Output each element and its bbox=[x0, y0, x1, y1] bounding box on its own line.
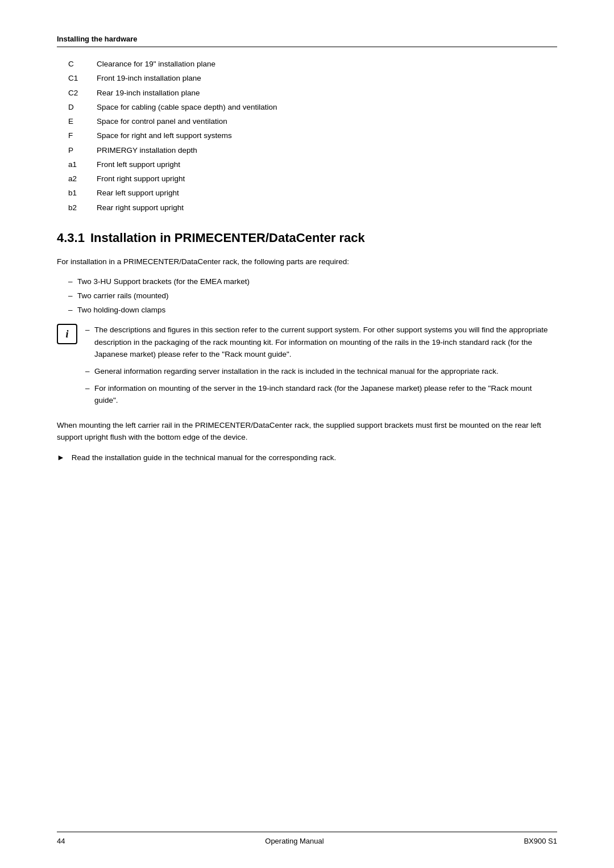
definition-item: PPRIMERGY installation depth bbox=[68, 145, 557, 156]
definition-term: C2 bbox=[68, 87, 97, 99]
definition-term: C1 bbox=[68, 73, 97, 84]
definition-desc: Rear right support upright bbox=[97, 202, 557, 214]
definition-item: b2Rear right support upright bbox=[68, 202, 557, 214]
definition-term: F bbox=[68, 130, 97, 141]
info-icon: i bbox=[57, 324, 77, 344]
definition-term: E bbox=[68, 116, 97, 127]
requirement-item: Two carrier rails (mounted) bbox=[68, 290, 557, 302]
definition-term: b1 bbox=[68, 187, 97, 199]
definition-item: b1Rear left support upright bbox=[68, 187, 557, 199]
definition-item: C1Front 19-inch installation plane bbox=[68, 73, 557, 84]
info-bullet-item: General information regarding server ins… bbox=[85, 365, 557, 378]
definition-desc: Clearance for 19" installation plane bbox=[97, 59, 557, 70]
definition-desc: Space for cabling (cable space depth) an… bbox=[97, 102, 557, 113]
definition-item: DSpace for cabling (cable space depth) a… bbox=[68, 102, 557, 113]
action-item: ► Read the installation guide in the tec… bbox=[57, 452, 557, 464]
definition-desc: PRIMERGY installation depth bbox=[97, 145, 557, 156]
definition-term: C bbox=[68, 59, 97, 70]
definition-desc: Front 19-inch installation plane bbox=[97, 73, 557, 84]
definition-desc: Space for control panel and ventilation bbox=[97, 116, 557, 127]
definition-item: CClearance for 19" installation plane bbox=[68, 59, 557, 70]
section-number: 4.3.1 bbox=[57, 231, 85, 245]
info-bullet-list: The descriptions and figures in this sec… bbox=[85, 324, 557, 407]
mounting-paragraph: When mounting the left carrier rail in t… bbox=[57, 419, 557, 444]
page-footer: 44 Operating Manual BX900 S1 bbox=[57, 832, 557, 845]
definition-item: ESpace for control panel and ventilation bbox=[68, 116, 557, 127]
requirement-item: Two holding-down clamps bbox=[68, 304, 557, 316]
action-text: Read the installation guide in the techn… bbox=[72, 452, 336, 464]
section-title-text: Installation in PRIMECENTER/DataCenter r… bbox=[90, 231, 365, 245]
definition-term: a1 bbox=[68, 159, 97, 170]
page: Installing the hardware CClearance for 1… bbox=[0, 0, 614, 868]
info-box: i The descriptions and figures in this s… bbox=[57, 324, 557, 411]
definition-term: b2 bbox=[68, 202, 97, 214]
definition-term: P bbox=[68, 145, 97, 156]
intro-paragraph: For installation in a PRIMECENTER/DataCe… bbox=[57, 256, 557, 268]
info-bullet-item: For information on mounting of the serve… bbox=[85, 382, 557, 407]
definition-list: CClearance for 19" installation planeC1F… bbox=[68, 59, 557, 214]
footer-page-number: 44 bbox=[57, 837, 65, 845]
info-content: The descriptions and figures in this sec… bbox=[85, 324, 557, 411]
footer-doc-title: Operating Manual bbox=[265, 837, 323, 845]
requirements-list: Two 3-HU Support brackets (for the EMEA … bbox=[68, 276, 557, 316]
definition-term: a2 bbox=[68, 173, 97, 185]
section-header: Installing the hardware bbox=[57, 34, 557, 47]
section-431-title: 4.3.1Installation in PRIMECENTER/DataCen… bbox=[57, 231, 557, 245]
definition-desc: Rear left support upright bbox=[97, 187, 557, 199]
section-header-title: Installing the hardware bbox=[57, 35, 138, 43]
definition-item: a1Front left support upright bbox=[68, 159, 557, 170]
definition-desc: Front right support upright bbox=[97, 173, 557, 185]
definition-desc: Rear 19-inch installation plane bbox=[97, 87, 557, 99]
definition-item: a2Front right support upright bbox=[68, 173, 557, 185]
info-bullet-item: The descriptions and figures in this sec… bbox=[85, 324, 557, 361]
definition-desc: Front left support upright bbox=[97, 159, 557, 170]
definition-desc: Space for right and left support systems bbox=[97, 130, 557, 141]
requirement-item: Two 3-HU Support brackets (for the EMEA … bbox=[68, 276, 557, 288]
footer-doc-code: BX900 S1 bbox=[524, 837, 557, 845]
action-arrow-icon: ► bbox=[57, 453, 65, 462]
definition-item: C2Rear 19-inch installation plane bbox=[68, 87, 557, 99]
definition-item: FSpace for right and left support system… bbox=[68, 130, 557, 141]
definition-term: D bbox=[68, 102, 97, 113]
